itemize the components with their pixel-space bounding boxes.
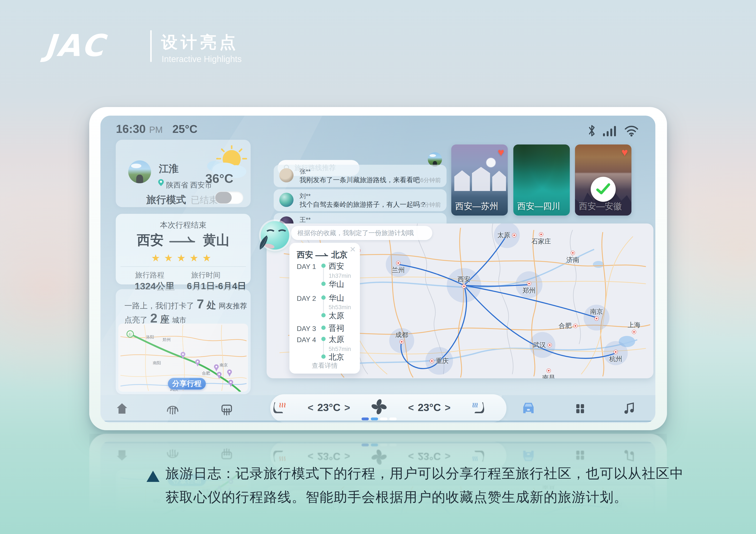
like-heart-icon[interactable]: ♥ (498, 146, 504, 159)
map-city-dot (539, 232, 543, 237)
jac-logo-text: JAC (40, 28, 114, 63)
home-button[interactable] (113, 400, 131, 417)
map-city-dot (613, 350, 618, 354)
divider (121, 267, 246, 267)
map-city-dot (396, 261, 400, 265)
outside-temperature: 25°C (173, 122, 198, 136)
route-card-anhui[interactable]: ♥ 西安—安徽 (575, 144, 632, 216)
route-card-title: 西安—四川 (517, 200, 560, 212)
chevron-left-icon[interactable]: < (308, 402, 313, 414)
trip-from: 西安 (137, 231, 164, 249)
avatar[interactable] (128, 161, 151, 183)
rear-defrost-button[interactable] (218, 400, 235, 417)
map-city-label: 杭州 (609, 355, 622, 364)
fan-speed-indicator[interactable] (362, 418, 397, 420)
timeline-dot (321, 337, 326, 341)
message-time: 5分钟前 (420, 201, 441, 209)
plan-stop: 晋祠 (329, 323, 344, 334)
timeline-dot (321, 313, 326, 318)
trip-rating-stars[interactable]: ★★★★★ (116, 252, 251, 264)
plan-day: DAY 3 (297, 325, 316, 333)
chevron-right-icon[interactable]: > (445, 402, 451, 414)
chevron-left-icon[interactable]: < (408, 402, 414, 414)
map-city-dot (399, 340, 404, 344)
chevron-right-icon[interactable]: > (344, 402, 350, 414)
avatar-cloud (429, 154, 436, 157)
music-button[interactable] (621, 400, 638, 417)
selected-check-icon[interactable] (591, 177, 616, 202)
map-city-label: 郑州 (523, 286, 535, 295)
tablet-reflection: 16:30 PM 25°C 江淮 (89, 434, 667, 534)
like-heart-icon[interactable]: ♥ (621, 146, 628, 159)
map-city-dot (527, 281, 531, 286)
plan-stop: 华山 (329, 293, 344, 303)
user-name: 江淮 (159, 162, 179, 175)
assistant-bubble-text: 根据你的收藏，我制定了一份旅游计划哦 (297, 229, 414, 238)
map-city-dot (512, 233, 516, 237)
caption-bullet-triangle (147, 471, 159, 482)
map-city-label: 成都 (395, 331, 408, 339)
clock: 16:30 (116, 122, 146, 136)
car-display: 16:30 PM 25°C 江淮 (89, 434, 667, 534)
seat-vent-button[interactable] (470, 400, 487, 417)
map-city-dot (462, 284, 466, 289)
plan-stop: 太原 (329, 334, 344, 345)
front-defrost-button[interactable] (164, 400, 181, 417)
apps-grid-button[interactable] (572, 400, 589, 417)
map-city-label: 兰州 (392, 266, 405, 274)
plan-day: DAY 2 (297, 294, 316, 302)
message-user: 张** (300, 167, 311, 176)
mini-map-label: 合肥 (202, 370, 210, 376)
screen: 16:30 PM 25°C 江淮 (100, 115, 655, 423)
route-card-suzhou[interactable]: ♥ 西安—苏州 (451, 144, 508, 216)
message-user: 刘** (300, 192, 311, 200)
mini-map-label: 南京 (220, 362, 228, 368)
message-text: 我刚发布了一条川藏旅游路线，来看看吧 (300, 175, 420, 185)
community-user-avatar[interactable] (428, 152, 442, 166)
profile-card: 江淮 陕西省 西安市 36°C 旅行模式 (116, 140, 251, 207)
plan-to: 北京 (331, 249, 348, 260)
timeline-dot (321, 264, 326, 268)
trip-mini-map[interactable]: 起 洛阳 郑州 南阳 合肥 (118, 324, 248, 392)
travel-mode-toggle[interactable] (215, 191, 243, 204)
trip-route: 西安 黄山 (116, 231, 251, 249)
temperature-control-left: < 23°C > (308, 402, 350, 414)
svg-text:起: 起 (128, 332, 132, 336)
mini-map-label: 洛阳 (146, 334, 154, 340)
map-city-dot (573, 324, 578, 328)
brand-divider (150, 30, 152, 62)
map-city-label: 上海 (628, 320, 640, 329)
journal-card: 一路上，我们打卡了 7 处 网友推荐 点亮了 2 座 城市 (116, 289, 251, 394)
bluetooth-icon (587, 124, 597, 137)
map-city-label: 济南 (566, 256, 579, 265)
journal-checkin-count: 7 (197, 296, 204, 311)
caption-line2: 获取心仪的行程路线。智能助手会根据用户的收藏点赞生成新的旅游计划。 (166, 488, 628, 506)
travel-mode-label: 旅行模式 (146, 193, 186, 207)
plan-duration: 1h37min (329, 273, 351, 279)
trip-time-label: 旅行时间 (191, 270, 221, 280)
fan-button[interactable] (370, 398, 388, 415)
trip-summary-card: 本次行程结束 西安 黄山 ★★★★★ 旅行路程 旅行时间 1324公里 6月1日… (116, 214, 251, 285)
route-card-sichuan[interactable]: 西安—四川 (513, 144, 570, 216)
community-message[interactable]: 刘** 找个自驾去秦岭的旅游搭子，有人一起吗？ 5分钟前 (274, 189, 446, 211)
map-city-label: 合肥 (558, 321, 572, 330)
plan-day: DAY 1 (297, 263, 316, 271)
share-trip-button[interactable]: 分享行程 (168, 378, 206, 390)
plan-route: 西安 北京 (297, 249, 348, 260)
house-shape (454, 170, 470, 191)
community-message[interactable]: 张** 我刚发布了一条川藏旅游路线，来看看吧 36分钟前 (274, 165, 446, 187)
plan-stop: 华山 (329, 279, 344, 290)
map-city-label: 重庆 (436, 357, 449, 366)
seat-heat-button[interactable] (270, 400, 287, 417)
timeline-dot (321, 326, 326, 330)
route-arrow-icon (315, 253, 329, 257)
brand-subtitle: Interactive Highlights (162, 54, 242, 64)
trip-to: 黄山 (203, 231, 230, 249)
ai-assistant-avatar[interactable] (261, 221, 289, 249)
journal-checkin-unit: 处 (206, 299, 216, 312)
trip-title: 本次行程结束 (116, 220, 251, 230)
vehicle-button[interactable] (520, 400, 537, 417)
close-icon[interactable]: × (350, 244, 356, 254)
svg-text:起: 起 (128, 527, 132, 532)
plan-details-link[interactable]: 查看详情 (289, 361, 360, 370)
